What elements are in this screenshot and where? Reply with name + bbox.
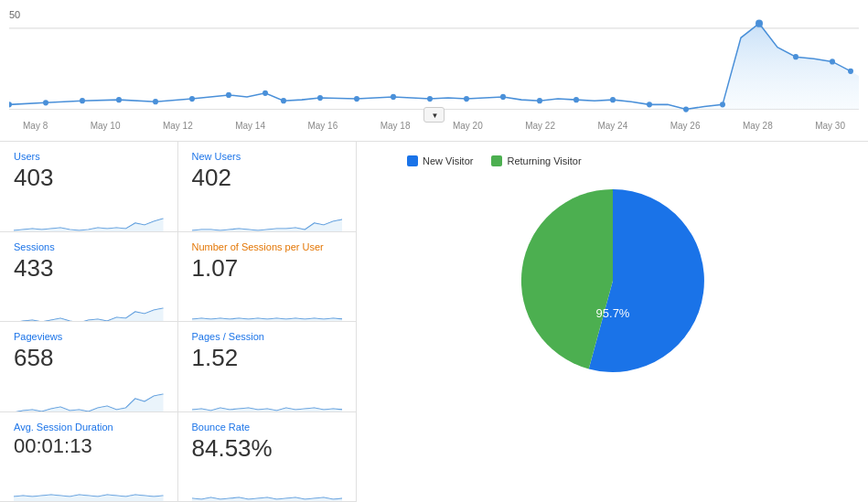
x-label-may22: May 22	[525, 121, 555, 131]
y-axis-label: 50	[9, 9, 20, 20]
metric-sessions-label: Sessions	[14, 241, 164, 252]
line-chart-svg	[9, 9, 859, 119]
svg-point-19	[573, 97, 579, 102]
metric-avg-session-duration-value: 00:01:13	[14, 434, 164, 458]
legend-new-visitor-color	[407, 155, 418, 166]
svg-point-8	[189, 96, 195, 101]
metric-users-label: Users	[14, 151, 164, 162]
pie-chart-container: 95.7%	[512, 180, 713, 381]
legend-returning-visitor-color	[491, 155, 502, 166]
svg-point-16	[464, 96, 469, 101]
legend-new-visitor-label: New Visitor	[423, 155, 473, 166]
x-label-may16: May 16	[307, 121, 338, 131]
metric-pages-per-session-label: Pages / Session	[192, 331, 343, 342]
x-label-may8: May 8	[23, 121, 48, 131]
svg-point-3	[9, 101, 12, 107]
metric-new-users: New Users 402	[178, 142, 357, 232]
svg-point-6	[116, 97, 122, 102]
metric-new-users-value: 402	[192, 164, 343, 192]
x-label-may12: May 12	[163, 121, 193, 131]
metric-new-users-label: New Users	[192, 151, 343, 162]
svg-point-25	[793, 54, 798, 59]
legend-returning-visitor: Returning Visitor	[491, 155, 581, 166]
svg-point-21	[647, 101, 652, 107]
metric-sessions-per-user-label: Number of Sessions per User	[192, 241, 343, 252]
svg-marker-30	[14, 308, 164, 323]
metric-users-sparkline	[14, 196, 164, 232]
svg-point-5	[80, 98, 85, 103]
metric-sessions-per-user-sparkline	[192, 286, 343, 323]
svg-point-15	[427, 96, 433, 101]
metric-avg-session-duration: Avg. Session Duration 00:01:13	[0, 412, 178, 503]
pie-chart-area: New Visitor Returning Visitor 95.7%	[357, 142, 868, 502]
metric-bounce-rate-label: Bounce Rate	[192, 422, 343, 433]
main-content-area: Users 403 New Users 402 Sessions 433	[0, 142, 868, 502]
pie-chart-svg: 95.7%	[512, 180, 713, 381]
svg-point-23	[720, 101, 725, 107]
svg-marker-28	[14, 219, 164, 232]
svg-marker-32	[14, 394, 164, 412]
metric-bounce-rate: Bounce Rate 84.53%	[178, 412, 357, 503]
svg-marker-2	[649, 24, 859, 110]
svg-point-22	[683, 106, 689, 112]
svg-point-11	[281, 98, 286, 103]
svg-point-18	[537, 98, 542, 103]
metric-avg-session-duration-label: Avg. Session Duration	[14, 422, 164, 433]
metric-pageviews-sparkline	[14, 376, 164, 412]
svg-point-12	[317, 95, 323, 101]
metric-pages-per-session: Pages / Session 1.52	[178, 322, 357, 412]
metric-sessions-sparkline	[14, 286, 164, 323]
metric-bounce-rate-value: 84.53%	[192, 434, 343, 463]
svg-point-17	[500, 94, 506, 100]
svg-point-9	[226, 92, 231, 98]
metric-new-users-sparkline	[192, 196, 343, 232]
svg-point-24	[755, 19, 763, 27]
x-label-may28: May 28	[743, 121, 773, 131]
svg-marker-29	[192, 219, 343, 232]
x-label-may24: May 24	[597, 121, 627, 131]
metric-sessions: Sessions 433	[0, 232, 178, 323]
svg-marker-35	[192, 497, 343, 503]
metric-pageviews-label: Pageviews	[14, 331, 164, 342]
metric-sessions-value: 433	[14, 254, 164, 283]
legend-new-visitor: New Visitor	[407, 155, 473, 166]
metric-pageviews-value: 658	[14, 344, 164, 372]
svg-point-26	[830, 59, 835, 64]
metric-pages-per-session-value: 1.52	[192, 344, 343, 372]
x-label-may26: May 26	[670, 121, 701, 131]
chart-toggle-button[interactable]	[423, 107, 445, 123]
svg-point-13	[354, 96, 359, 101]
svg-point-4	[43, 100, 48, 105]
metric-pages-per-session-sparkline	[192, 376, 343, 412]
x-label-may14: May 14	[235, 121, 265, 131]
metric-users: Users 403	[0, 142, 178, 232]
svg-point-14	[391, 94, 396, 100]
x-label-may20: May 20	[453, 121, 483, 131]
legend-returning-visitor-label: Returning Visitor	[507, 155, 581, 166]
x-label-may30: May 30	[815, 121, 845, 131]
metric-pageviews: Pageviews 658	[0, 322, 178, 412]
main-line-chart: 50	[0, 0, 868, 142]
pie-legend: New Visitor Returning Visitor	[407, 155, 582, 166]
svg-point-27	[848, 69, 853, 74]
metric-avg-session-duration-sparkline	[14, 462, 164, 503]
metrics-grid: Users 403 New Users 402 Sessions 433	[0, 142, 357, 502]
metric-sessions-per-user-value: 1.07	[192, 254, 343, 283]
x-label-may10: May 10	[91, 121, 121, 131]
svg-point-10	[263, 91, 268, 96]
svg-text:95.7%: 95.7%	[595, 306, 629, 320]
svg-point-7	[153, 99, 158, 104]
metric-sessions-per-user: Number of Sessions per User 1.07	[178, 232, 357, 323]
svg-point-20	[610, 97, 616, 102]
x-label-may18: May 18	[380, 121, 411, 131]
metric-bounce-rate-sparkline	[192, 466, 343, 503]
metric-users-value: 403	[14, 164, 164, 192]
